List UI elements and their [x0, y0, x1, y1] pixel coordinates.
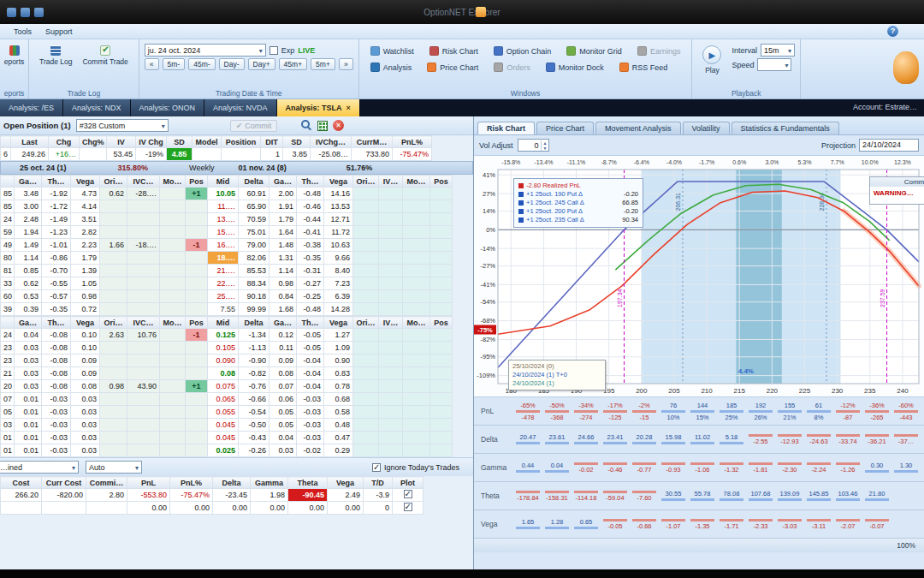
- analysis-tab[interactable]: Analysis: NDX: [63, 99, 131, 116]
- menu-tools[interactable]: Tools: [7, 27, 38, 37]
- watchlist-button[interactable]: Watchlist: [364, 44, 420, 58]
- totals-row[interactable]: 0.000.000.000.000.000.000: [1, 502, 424, 515]
- display-mode-select[interactable]: …ined: [0, 461, 79, 474]
- column-header: SD: [283, 136, 311, 148]
- step-45mback-button[interactable]: 45m-: [188, 58, 215, 70]
- cell: [403, 406, 430, 419]
- option-chain-row[interactable]: 240.04-0.080.102.6310.76-10.125-1.340.12…: [1, 329, 453, 342]
- greeks-cell: 0.30: [862, 462, 891, 474]
- option-chain-row[interactable]: 230.03-0.080.100.105-1.130.11-0.051.09: [1, 342, 453, 355]
- zoom-bar[interactable]: 100%: [474, 539, 924, 552]
- option-chain-row[interactable]: 210.03-0.080.090.08-0.820.08-0.040.83: [1, 367, 453, 380]
- cell: 1.27: [324, 329, 353, 342]
- projection-date-field[interactable]: 24/10/2024: [859, 139, 919, 152]
- option-chain-row[interactable]: 853.00-1.724.1411.…65.901.91-0.4613.53: [1, 200, 453, 213]
- analysis-tab[interactable]: Analysis: NVDA: [204, 99, 277, 116]
- tab-close-icon[interactable]: ×: [346, 104, 351, 112]
- help-icon[interactable]: ?: [887, 26, 898, 37]
- commit-trade-label: Commit Trade: [82, 57, 127, 66]
- auto-select[interactable]: Auto: [86, 461, 142, 474]
- speed-select[interactable]: [757, 58, 791, 71]
- analysis-button[interactable]: Analysis: [364, 60, 418, 74]
- option-chain-row[interactable]: 810.85-0.701.3921.…85.531.14-0.318.40: [1, 265, 453, 277]
- cell: [353, 303, 379, 316]
- cell: 60: [1, 290, 15, 303]
- option-chain-row[interactable]: 491.49-1.012.231.66-18.…-116.…79.001.48-…: [1, 239, 453, 252]
- cell: [353, 406, 379, 419]
- commit-button[interactable]: Commit: [230, 120, 278, 132]
- ignore-trades-checkbox[interactable]: [372, 463, 381, 472]
- option-chain-row[interactable]: 070.01-0.030.030.065-0.660.06-0.030.68: [1, 393, 453, 406]
- analysis-tab[interactable]: Analysis: /ES: [0, 99, 63, 116]
- plot-checkbox[interactable]: [404, 490, 412, 498]
- reports-button[interactable]: eports: [5, 42, 23, 69]
- risk-chart[interactable]: 206.31228.34197.34237.591801851901952002…: [474, 156, 924, 397]
- cell: [353, 329, 379, 342]
- spin-down-icon[interactable]: ▼: [542, 146, 549, 151]
- analysis-tab[interactable]: Analysis: TSLA×: [277, 99, 360, 116]
- option-chain-row[interactable]: 600.53-0.570.9825.…90.180.84-0.256.39: [1, 290, 453, 303]
- monitor-dock-button[interactable]: Monitor Dock: [540, 60, 610, 74]
- greeks-bar: [807, 434, 831, 437]
- option-chain-row[interactable]: 030.01-0.030.030.045-0.500.05-0.030.48: [1, 419, 453, 432]
- cell: 0.85: [15, 265, 42, 277]
- cell: -3.9: [364, 489, 393, 502]
- option-chain-row[interactable]: 853.48-1.924.730.62-28.…+110.0560.912.00…: [1, 188, 453, 200]
- option-chain-row[interactable]: 242.48-1.493.5113.…70.591.79-0.4412.71: [1, 213, 453, 226]
- step-45mfwd-button[interactable]: 45m+: [279, 58, 308, 70]
- position-select[interactable]: #328 Custom: [76, 119, 169, 132]
- cell: -0.03: [42, 444, 71, 457]
- option-chain-row[interactable]: 330.62-0.551.0522.…88.340.98-0.277.23: [1, 277, 453, 290]
- option-chain-row[interactable]: 010.01-0.030.030.045-0.430.04-0.030.47: [1, 432, 453, 444]
- cell: 0.04: [270, 432, 297, 444]
- monitor-grid-button[interactable]: Monitor Grid: [560, 44, 628, 58]
- step-5mback-button[interactable]: 5m-: [163, 58, 186, 70]
- trade-log-button[interactable]: Trade Log: [34, 42, 77, 69]
- price-chart-button[interactable]: Price Chart: [421, 60, 484, 74]
- magnifier-icon[interactable]: [301, 120, 312, 131]
- tab-risk-chart[interactable]: Risk Chart: [477, 122, 535, 134]
- trading-date-select[interactable]: ju. 24 oct. 2024: [145, 44, 266, 57]
- greeks-cell: 1.28: [542, 518, 572, 530]
- commit-trade-button[interactable]: Commit Trade: [77, 42, 133, 69]
- step-fwd-fast-button[interactable]: »: [339, 58, 353, 70]
- delete-position-icon[interactable]: [333, 120, 344, 131]
- greeks-pct: -50%: [542, 402, 572, 409]
- risk-chart-button[interactable]: Risk Chart: [424, 44, 484, 58]
- step-Dayback-button[interactable]: Day-: [219, 58, 245, 70]
- tab-movement-analysis[interactable]: Movement Analysis: [595, 122, 681, 134]
- position-summary-row[interactable]: 6249.26+16…53.45-19%4.8513.85-25.08…733.…: [1, 148, 432, 161]
- plot-checkbox[interactable]: [404, 503, 412, 511]
- option-chain-button[interactable]: Option Chain: [488, 44, 558, 58]
- option-chain-row[interactable]: 010.01-0.030.030.025-0.260.03-0.020.29: [1, 444, 453, 457]
- greeks-val: -265: [862, 414, 891, 421]
- cell: -0.04: [297, 355, 324, 367]
- play-button[interactable]: Play: [697, 42, 726, 78]
- comments-box[interactable]: Comments WARNING…: [869, 176, 924, 205]
- option-chain-row[interactable]: 230.03-0.080.090.090-0.900.09-0.040.90: [1, 355, 453, 367]
- exp-checkbox[interactable]: [270, 46, 278, 55]
- tab-volatility[interactable]: Volatility: [683, 122, 730, 134]
- analysis-tab[interactable]: Analysis: ONON: [131, 99, 205, 116]
- menu-support[interactable]: Support: [38, 27, 80, 37]
- option-chain-row[interactable]: 050.01-0.030.030.055-0.540.05-0.030.58: [1, 406, 453, 419]
- greeks-cell: -0.02: [572, 462, 601, 474]
- rss-feed-button[interactable]: RSS Feed: [613, 60, 674, 74]
- option-chain-row[interactable]: 390.39-0.350.727.5599.991.68-0.4814.28: [1, 303, 453, 316]
- option-chain-row[interactable]: 200.03-0.080.080.9843.90+10.075-0.760.07…: [1, 380, 453, 393]
- export-grid-icon[interactable]: [317, 121, 328, 131]
- expiry-1-label[interactable]: 25 oct. 24 (1): [20, 164, 67, 172]
- greeks-cell: -36%-265: [862, 402, 891, 421]
- option-chain-row[interactable]: 591.94-1.232.8215.…75.011.64-0.4111.72: [1, 226, 453, 239]
- option-chain-row[interactable]: 801.14-0.861.7918.…82.061.31-0.359.66: [1, 252, 453, 265]
- tab-statistics-fundamentals[interactable]: Statistics & Fundamentals: [732, 122, 839, 134]
- interval-select[interactable]: 15m: [761, 44, 795, 57]
- vol-adjust-stepper[interactable]: 0 ▲▼: [518, 139, 550, 152]
- totals-row[interactable]: 266.20-820.002.80-553.80-75.47%-23.451.9…: [1, 489, 424, 502]
- cell: [186, 432, 208, 444]
- expiry-2-label[interactable]: 01 nov. 24 (8): [238, 164, 286, 172]
- step-Dayfwd-button[interactable]: Day+: [248, 58, 275, 70]
- tab-price-chart[interactable]: Price Chart: [536, 122, 594, 134]
- step-back-fast-button[interactable]: «: [145, 58, 159, 70]
- step-5mfwd-button[interactable]: 5m+: [311, 58, 335, 70]
